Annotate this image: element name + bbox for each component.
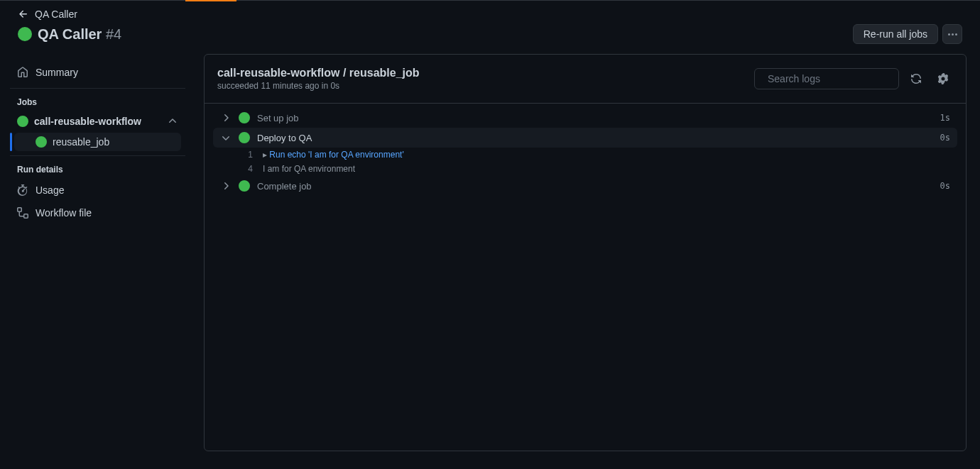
step-setup[interactable]: Set up job 1s bbox=[213, 108, 957, 128]
summary-label: Summary bbox=[36, 67, 78, 78]
jobs-heading: Jobs bbox=[10, 90, 185, 111]
summary-nav[interactable]: Summary bbox=[10, 61, 185, 84]
chevron-up-icon[interactable] bbox=[167, 116, 178, 127]
check-circle-icon bbox=[17, 116, 28, 127]
gear-icon bbox=[937, 73, 949, 84]
workflow-name: call-reusable-workflow bbox=[34, 116, 141, 127]
search-input[interactable] bbox=[768, 73, 892, 84]
step-duration: 0s bbox=[940, 181, 950, 191]
step-label: Set up job bbox=[257, 113, 933, 123]
sync-icon bbox=[910, 73, 922, 84]
breadcrumb[interactable]: QA Caller bbox=[0, 1, 980, 20]
rerun-all-jobs-button[interactable]: Re-run all jobs bbox=[853, 24, 938, 44]
check-circle-icon bbox=[18, 27, 32, 41]
refresh-logs-button[interactable] bbox=[906, 69, 926, 89]
check-circle-icon bbox=[239, 112, 250, 123]
workflow-job-group[interactable]: call-reusable-workflow bbox=[10, 111, 185, 131]
breadcrumb-workflow[interactable]: QA Caller bbox=[35, 9, 77, 20]
settings-logs-button[interactable] bbox=[933, 69, 953, 89]
step-deploy[interactable]: Deploy to QA 0s bbox=[213, 128, 957, 148]
log-line: 1 ▸ Run echo 'I am for QA environment' bbox=[213, 148, 957, 162]
run-details-heading: Run details bbox=[10, 158, 185, 179]
check-circle-icon bbox=[36, 136, 47, 148]
check-circle-icon bbox=[239, 180, 250, 192]
check-circle-icon bbox=[239, 132, 250, 143]
workflow-file-label: Workflow file bbox=[36, 207, 92, 219]
run-number: #4 bbox=[106, 26, 121, 42]
page-title: QA Caller #4 bbox=[38, 26, 121, 43]
loading-bar bbox=[0, 1, 980, 1]
logs-container: call-reusable-workflow / reusable_job su… bbox=[204, 54, 967, 451]
logs-body: Set up job 1s Deploy to QA 0s 1 ▸ Run ec… bbox=[205, 103, 966, 451]
step-label: Complete job bbox=[257, 181, 933, 192]
logs-subtitle: succeeded 11 minutes ago in 0s bbox=[217, 81, 420, 91]
chevron-right-icon bbox=[220, 180, 232, 192]
step-duration: 0s bbox=[940, 133, 950, 143]
step-duration: 1s bbox=[940, 113, 950, 123]
logs-title: call-reusable-workflow / reusable_job bbox=[217, 67, 420, 79]
chevron-down-icon bbox=[220, 132, 232, 143]
workflow-icon bbox=[17, 207, 28, 219]
stopwatch-icon bbox=[17, 184, 28, 196]
divider bbox=[10, 88, 185, 89]
step-complete[interactable]: Complete job 0s bbox=[213, 176, 957, 196]
log-line: 4 I am for QA environment bbox=[213, 162, 957, 176]
home-icon bbox=[17, 67, 28, 78]
step-label: Deploy to QA bbox=[257, 133, 933, 143]
usage-nav[interactable]: Usage bbox=[10, 179, 185, 202]
chevron-right-icon bbox=[220, 112, 232, 123]
usage-label: Usage bbox=[36, 184, 64, 196]
sub-job-reusable[interactable]: reusable_job bbox=[14, 133, 181, 151]
search-logs[interactable] bbox=[754, 68, 899, 89]
arrow-left-icon bbox=[18, 9, 29, 20]
more-options-button[interactable] bbox=[942, 24, 962, 44]
divider bbox=[10, 155, 185, 156]
sub-job-label: reusable_job bbox=[53, 136, 109, 148]
kebab-icon bbox=[948, 33, 957, 35]
sidebar: Summary Jobs call-reusable-workflow reus… bbox=[0, 54, 195, 465]
workflow-file-nav[interactable]: Workflow file bbox=[10, 202, 185, 224]
